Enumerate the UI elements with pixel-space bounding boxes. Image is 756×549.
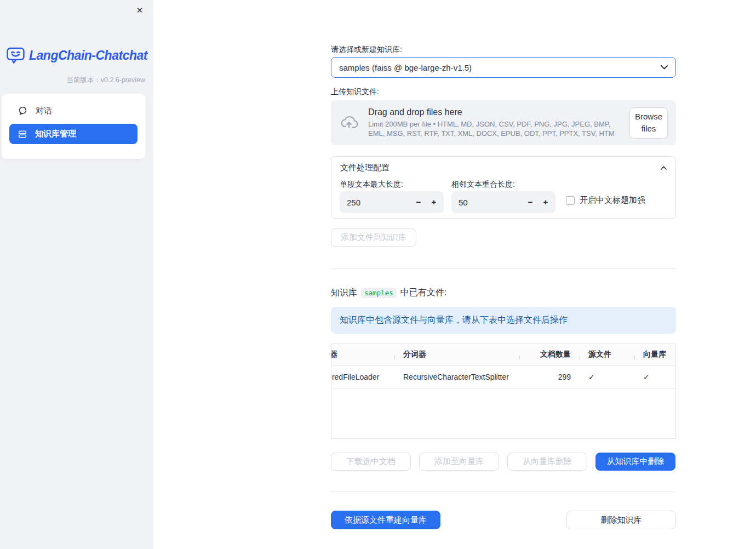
table-row[interactable]: UnstructuredFileLoader RecursiveCharacte… xyxy=(331,365,676,389)
overlap-size-increment-button[interactable]: + xyxy=(539,191,553,213)
dropzone-text: Drag and drop files here Limit 200MB per… xyxy=(368,107,627,138)
sidebar-close-icon[interactable]: ✕ xyxy=(134,4,146,16)
column-header-source-file: 源文件 xyxy=(580,350,634,359)
uploader-label: 上传知识文件: xyxy=(331,87,379,97)
overlap-size-value: 50 xyxy=(459,198,468,207)
cell-source-file-check: ✓ xyxy=(580,373,634,381)
chunk-size-decrement-button[interactable]: − xyxy=(411,191,426,213)
app-root: ✕ LangChain-Chatchat 当前版本：v0.2.6-preview xyxy=(0,0,756,549)
column-header-vector-store: 向量库 xyxy=(634,350,676,359)
main-content: 请选择或新建知识库: samples (faiss @ bge-large-zh… xyxy=(331,0,676,549)
add-files-to-kb-button[interactable]: 添加文件到知识库 xyxy=(331,228,416,247)
sidebar-item-knowledge-base[interactable]: 知识库管理 xyxy=(9,124,138,144)
chunk-size-increment-button[interactable]: + xyxy=(427,191,441,213)
expander-title: 文件处理配置 xyxy=(340,163,390,173)
kb-files-table-inner: 文档加载器 分词器 文档数量 源文件 向量库 UnstructuredFileL… xyxy=(331,344,676,389)
overlap-size-decrement-button[interactable]: − xyxy=(523,191,537,213)
chevron-down-icon xyxy=(661,65,668,70)
delete-kb-button[interactable]: 删除知识库 xyxy=(566,511,676,529)
table-header-row: 文档加载器 分词器 文档数量 源文件 向量库 xyxy=(331,344,676,365)
overlap-size-input[interactable]: 50 − + xyxy=(451,191,555,213)
dropzone-title: Drag and drop files here xyxy=(368,107,627,117)
info-banner-text: 知识库中包含源文件与向量库，请从下表中选择文件后操作 xyxy=(340,314,568,326)
sidebar-item-dialogue[interactable]: 对话 xyxy=(2,99,146,123)
collection-icon xyxy=(18,130,27,139)
chunk-size-label: 单段文本最大长度: xyxy=(340,180,403,190)
divider xyxy=(331,491,676,492)
zh-title-enhance-label[interactable]: 开启中文标题加强 xyxy=(580,195,645,205)
rebuild-vector-store-button[interactable]: 依据源文件重建向量库 xyxy=(331,511,440,529)
column-header-splitter: 分词器 xyxy=(394,350,519,359)
cell-doc-count: 299 xyxy=(519,373,580,381)
kb-files-prefix: 知识库 xyxy=(331,287,357,299)
app-logo: LangChain-Chatchat xyxy=(7,47,147,64)
delete-from-kb-button[interactable]: 从知识库中删除 xyxy=(595,453,675,471)
version-value: v0.2.6-preview xyxy=(101,76,145,84)
delete-from-vector-store-button[interactable]: 从向量库删除 xyxy=(507,453,587,471)
logo-chat-smiley-icon xyxy=(7,47,25,64)
kb-select-label: 请选择或新建知识库: xyxy=(331,45,402,55)
chunk-size-value: 250 xyxy=(347,198,360,207)
version-label: 当前版本： xyxy=(66,76,101,84)
chevron-up-icon xyxy=(661,166,667,170)
chunk-size-input[interactable]: 250 − + xyxy=(340,191,444,213)
kb-files-table[interactable]: 文档加载器 分词器 文档数量 源文件 向量库 UnstructuredFileL… xyxy=(331,344,676,439)
kb-name-code: samples xyxy=(361,288,397,298)
expander-header[interactable]: 文件处理配置 xyxy=(331,157,675,179)
column-header-doc-count: 文档数量 xyxy=(519,350,580,359)
cell-vector-store-check: ✓ xyxy=(634,373,676,381)
sidebar-item-label: 对话 xyxy=(36,106,52,116)
download-selected-button[interactable]: 下载选中文档 xyxy=(331,453,411,471)
kb-files-suffix: 中已有文件: xyxy=(400,287,446,299)
cell-loader: UnstructuredFileLoader xyxy=(331,373,394,381)
kb-files-headline: 知识库 samples 中已有文件: xyxy=(331,287,446,299)
version-text: 当前版本：v0.2.6-preview xyxy=(66,76,145,85)
add-to-vector-store-button[interactable]: 添加至向量库 xyxy=(419,453,499,471)
browse-files-button[interactable]: Browse files xyxy=(629,107,668,139)
cell-splitter: RecursiveCharacterTextSplitter xyxy=(394,373,519,381)
chat-bubble-icon xyxy=(18,106,27,116)
file-actions-row: 下载选中文档 添加至向量库 从向量库删除 从知识库中删除 xyxy=(331,453,675,471)
sidebar-item-label: 知识库管理 xyxy=(35,129,76,139)
kb-select[interactable]: samples (faiss @ bge-large-zh-v1.5) xyxy=(331,57,676,78)
file-dropzone[interactable]: Drag and drop files here Limit 200MB per… xyxy=(331,100,676,145)
column-header-loader: 文档加载器 xyxy=(331,350,394,359)
divider xyxy=(331,268,676,269)
zh-title-enhance-row: 开启中文标题加强 xyxy=(566,195,645,205)
logo-text: LangChain-Chatchat xyxy=(29,48,147,63)
zh-title-enhance-checkbox[interactable] xyxy=(566,196,575,205)
file-config-expander: 文件处理配置 单段文本最大长度: 相邻文本重合长度: 250 − + 50 − … xyxy=(331,156,676,219)
dropzone-limit-text: Limit 200MB per file • HTML, MD, JSON, C… xyxy=(368,120,627,138)
upload-cloud-icon xyxy=(339,116,359,130)
info-banner: 知识库中包含源文件与向量库，请从下表中选择文件后操作 xyxy=(331,307,676,334)
sidebar: ✕ LangChain-Chatchat 当前版本：v0.2.6-preview xyxy=(0,0,153,549)
overlap-size-label: 相邻文本重合长度: xyxy=(451,180,515,190)
kb-select-value: samples (faiss @ bge-large-zh-v1.5) xyxy=(339,63,472,72)
sidebar-menu: 对话 知识库管理 xyxy=(2,94,146,159)
